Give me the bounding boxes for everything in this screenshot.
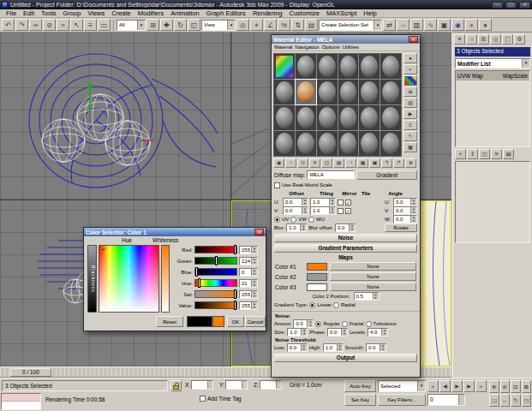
menu-edit[interactable]: Edit [20, 9, 38, 18]
slider-marker[interactable] [216, 257, 217, 265]
chevron-down-icon[interactable]: ▼ [227, 21, 235, 30]
select-and-link-icon[interactable]: ∞ [29, 19, 42, 31]
listener-script-row[interactable] [2, 402, 40, 409]
motion-tab-icon[interactable]: ◎ [490, 34, 501, 45]
zoom-all-icon[interactable]: ⊛ [500, 380, 511, 393]
spinner-arrows[interactable] [207, 381, 212, 389]
material-sample-slot[interactable] [274, 80, 295, 104]
spinner-arrows[interactable] [301, 329, 307, 336]
map-type-button[interactable]: Gradient [356, 170, 417, 180]
menu-tools[interactable]: Tools [38, 9, 60, 18]
selection-filter-combo[interactable]: All ▼ [117, 20, 146, 31]
spinner-arrows[interactable] [301, 344, 307, 351]
material-sample-slot[interactable] [338, 105, 359, 130]
slider-marker[interactable] [235, 246, 236, 253]
spinner-arrows[interactable] [458, 395, 464, 405]
u-offset-spinner[interactable]: 0.0 [283, 198, 308, 206]
make-material-copy-icon[interactable]: ◫ [321, 158, 332, 168]
y-coordinate-field[interactable] [225, 380, 248, 390]
spinner-arrows[interactable] [251, 291, 257, 298]
render-setup-icon[interactable]: ● [465, 19, 478, 31]
select-and-move-icon[interactable]: ✚ [160, 19, 173, 31]
material-sample-slot[interactable] [359, 80, 380, 104]
display-tab-icon[interactable]: ▢ [502, 34, 513, 45]
material-editor-menu-material[interactable]: Material [274, 44, 292, 51]
zoom-extents-icon[interactable]: ⊡ [511, 380, 521, 393]
material-editor-menu-navigation[interactable]: Navigation [295, 44, 319, 51]
whiteness-strip[interactable] [161, 245, 170, 313]
select-and-rotate-icon[interactable]: ↻ [174, 19, 187, 31]
sample-uv-tiling-icon[interactable]: ⊞ [403, 86, 417, 97]
previous-frame-icon[interactable]: ◀ [439, 380, 451, 392]
go-forward-to-sibling-icon[interactable]: ↱ [393, 158, 404, 168]
menu-customize[interactable]: Customize [285, 9, 322, 18]
u-angle-spinner[interactable]: 0.0 [393, 198, 417, 206]
blackness-strip[interactable]: Blackness [87, 245, 97, 313]
material-sample-slot[interactable] [296, 54, 316, 79]
material-sample-slot[interactable] [296, 105, 316, 130]
close-icon[interactable]: ✕ [409, 36, 418, 43]
spinner-arrows[interactable] [251, 280, 257, 287]
spinner-arrows[interactable] [410, 199, 416, 206]
add-time-tag[interactable]: Add Time Tag [200, 396, 242, 402]
use-pivot-center-icon[interactable]: ◎ [236, 19, 249, 31]
selection-lock-toggle[interactable] [170, 380, 182, 391]
current-frame-field[interactable]: 0 [427, 394, 465, 406]
menu-modifiers[interactable]: Modifiers [134, 9, 167, 18]
material-editor-menu-utilities[interactable]: Utilities [342, 44, 358, 51]
show-map-in-viewport-icon[interactable]: ▦ [357, 158, 368, 168]
u-tile-checkbox[interactable] [345, 200, 351, 206]
spinner-arrows[interactable] [373, 293, 379, 300]
bind-to-space-warp-icon[interactable]: ≈ [57, 19, 69, 31]
make-preview-icon[interactable]: ▶ [403, 109, 417, 119]
material-sample-slot[interactable] [317, 80, 338, 104]
wu-radio[interactable] [308, 217, 314, 223]
slider-value-spinner[interactable]: 255 [239, 246, 258, 254]
spinner-arrows[interactable] [329, 207, 335, 214]
modifier-stack-row[interactable]: UVW Map MapScale [456, 71, 529, 80]
minimize-button[interactable]: – [492, 2, 503, 9]
select-and-scale-icon[interactable]: ◱ [188, 19, 200, 31]
pan-view-icon[interactable]: ↔ [500, 394, 511, 407]
curve-editor-icon[interactable]: ∿ [424, 19, 437, 31]
slider-value-spinner[interactable]: 255 [239, 301, 258, 310]
undo-icon[interactable]: ↶ [2, 19, 15, 31]
zoom-region-icon[interactable]: ◲ [489, 394, 499, 407]
material-sample-slot[interactable] [359, 54, 380, 79]
threshold-low-spinner[interactable]: 0.0 [287, 343, 308, 352]
spinner-arrows[interactable] [341, 329, 347, 336]
material-sample-slot[interactable] [274, 54, 295, 79]
menu-animation[interactable]: Animation [167, 9, 202, 18]
spinner-arrows[interactable] [410, 216, 416, 223]
chevron-down-icon[interactable]: ▼ [137, 21, 145, 30]
get-material-icon[interactable]: ◉ [273, 158, 284, 168]
noise-levels-spinner[interactable]: 4.0 [368, 328, 388, 337]
material-sample-slot[interactable] [380, 131, 401, 156]
spinner-arrows[interactable] [410, 207, 416, 214]
menu-rendering[interactable]: Rendering [249, 9, 286, 18]
material-sample-slot[interactable] [338, 131, 359, 156]
spinner-arrows[interactable] [302, 207, 308, 214]
u-mirror-checkbox[interactable] [338, 200, 344, 206]
slider-track[interactable] [194, 257, 237, 265]
close-button[interactable]: ✕ [519, 2, 530, 9]
linear-radio[interactable] [309, 302, 315, 308]
material-sample-slot[interactable] [317, 54, 338, 79]
noise-rollout-header[interactable]: Noise [274, 234, 417, 242]
spinner-arrows[interactable] [381, 329, 387, 336]
sample-type-icon[interactable]: ● [403, 53, 417, 63]
material-sample-slot[interactable] [317, 131, 338, 156]
slider-track[interactable] [194, 301, 237, 309]
map-none-button[interactable]: None [330, 262, 416, 271]
spinner-arrows[interactable] [329, 199, 335, 206]
color-selector-titlebar[interactable]: Color Selector: Color 1 ✕ [84, 228, 266, 236]
spinner-arrows[interactable] [300, 224, 306, 231]
key-filters-button[interactable]: Key Filters... [378, 394, 426, 406]
material-editor-options-icon[interactable]: ≡ [403, 120, 417, 130]
slider-track[interactable] [194, 268, 237, 276]
noise-amount-spinner[interactable]: 0.0 [293, 319, 314, 328]
menu-file[interactable]: File [3, 9, 20, 18]
spinner-arrows[interactable] [380, 344, 386, 351]
snap-toggle-icon[interactable]: ⌖ [250, 19, 263, 31]
vw-radio[interactable] [290, 217, 296, 223]
